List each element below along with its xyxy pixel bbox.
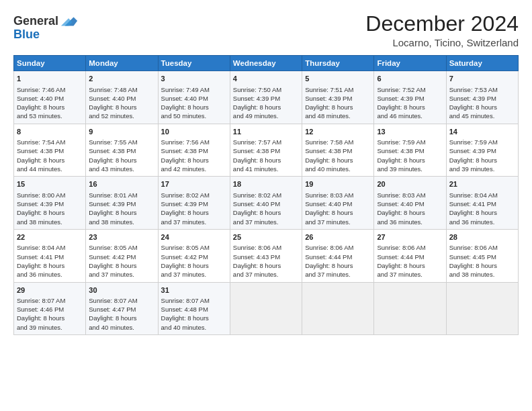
day-info-line: Sunset: 4:39 PM <box>89 199 154 208</box>
day-cell: 28Sunrise: 8:06 AMSunset: 4:45 PMDayligh… <box>446 229 518 282</box>
day-info-line: Sunset: 4:39 PM <box>377 94 443 103</box>
day-info-line: Sunrise: 8:05 AM <box>161 243 227 252</box>
day-cell: 15Sunrise: 8:00 AMSunset: 4:39 PMDayligh… <box>14 177 86 230</box>
day-info-line: Sunrise: 8:03 AM <box>305 191 371 199</box>
day-info-line: and 39 minutes. <box>377 165 443 173</box>
day-cell: 17Sunrise: 8:02 AMSunset: 4:39 PMDayligh… <box>158 177 230 230</box>
header: General Blue December 2024 Locarno, Tici… <box>13 12 519 48</box>
day-info-line: Sunset: 4:39 PM <box>161 199 227 208</box>
day-info-line: and 40 minutes. <box>161 323 227 332</box>
day-number: 18 <box>233 179 299 189</box>
day-info-line: Sunset: 4:47 PM <box>89 305 154 314</box>
day-info-line: Daylight: 8 hours <box>449 103 515 111</box>
day-info-line: and 44 minutes. <box>17 165 83 173</box>
day-info-line: Sunrise: 7:46 AM <box>17 85 83 94</box>
day-info-line: Daylight: 8 hours <box>233 261 299 270</box>
day-info-line: Sunrise: 8:02 AM <box>161 191 227 199</box>
day-info-line: Daylight: 8 hours <box>89 314 154 322</box>
day-info-line: and 37 minutes. <box>233 218 299 226</box>
col-header-thursday: Thursday <box>302 56 374 71</box>
day-number: 5 <box>305 74 371 84</box>
day-info-line: and 36 minutes. <box>377 218 443 226</box>
day-info-line: and 53 minutes. <box>17 111 83 120</box>
day-info-line: Daylight: 8 hours <box>377 103 443 111</box>
day-info-line: and 39 minutes. <box>17 323 83 332</box>
day-info-line: Sunset: 4:44 PM <box>377 253 443 261</box>
day-number: 17 <box>161 179 227 189</box>
day-info-line: Sunrise: 8:01 AM <box>89 191 154 199</box>
day-info-line: Sunrise: 8:07 AM <box>161 296 227 305</box>
day-number: 8 <box>17 127 83 137</box>
day-cell: 2Sunrise: 7:48 AMSunset: 4:40 PMDaylight… <box>86 71 158 124</box>
day-info-line: Sunrise: 7:50 AM <box>233 85 299 94</box>
day-cell: 29Sunrise: 8:07 AMSunset: 4:46 PMDayligh… <box>14 282 86 335</box>
day-info-line: and 42 minutes. <box>161 165 227 173</box>
day-info-line: Sunset: 4:43 PM <box>233 253 299 261</box>
day-info-line: Sunrise: 7:48 AM <box>89 85 154 94</box>
title-block: December 2024 Locarno, Ticino, Switzerla… <box>365 12 519 48</box>
day-info-line: Sunset: 4:39 PM <box>233 94 299 103</box>
day-cell: 16Sunrise: 8:01 AMSunset: 4:39 PMDayligh… <box>86 177 158 230</box>
day-info-line: Daylight: 8 hours <box>17 103 83 111</box>
day-number: 19 <box>305 179 371 189</box>
day-cell: 26Sunrise: 8:06 AMSunset: 4:44 PMDayligh… <box>302 229 374 282</box>
day-info-line: Sunset: 4:39 PM <box>449 146 515 155</box>
day-info-line: Sunrise: 8:07 AM <box>89 296 154 305</box>
day-info-line: Daylight: 8 hours <box>89 156 154 165</box>
day-info-line: Sunrise: 7:56 AM <box>161 138 227 146</box>
day-cell <box>446 282 518 335</box>
day-info-line: Sunset: 4:40 PM <box>377 199 443 208</box>
day-info-line: and 37 minutes. <box>377 270 443 279</box>
day-number: 7 <box>449 74 515 84</box>
col-header-sunday: Sunday <box>14 56 86 71</box>
day-info-line: Sunrise: 7:53 AM <box>449 85 515 94</box>
day-info-line: and 38 minutes. <box>89 218 154 226</box>
day-cell: 14Sunrise: 7:59 AMSunset: 4:39 PMDayligh… <box>446 124 518 177</box>
day-cell: 3Sunrise: 7:49 AMSunset: 4:40 PMDaylight… <box>158 71 230 124</box>
day-number: 25 <box>233 232 299 242</box>
header-row: SundayMondayTuesdayWednesdayThursdayFrid… <box>14 56 519 71</box>
day-info-line: and 49 minutes. <box>233 111 299 120</box>
day-number: 16 <box>89 179 154 189</box>
day-info-line: Daylight: 8 hours <box>377 261 443 270</box>
day-number: 11 <box>233 127 299 137</box>
day-cell: 12Sunrise: 7:58 AMSunset: 4:38 PMDayligh… <box>302 124 374 177</box>
day-info-line: and 37 minutes. <box>89 270 154 279</box>
day-info-line: Sunrise: 8:03 AM <box>377 191 443 199</box>
day-info-line: and 48 minutes. <box>305 111 371 120</box>
month-title: December 2024 <box>365 12 519 36</box>
day-number: 23 <box>89 232 154 242</box>
day-number: 4 <box>233 74 299 84</box>
day-info-line: Sunset: 4:48 PM <box>161 305 227 314</box>
day-info-line: Sunrise: 7:54 AM <box>17 138 83 146</box>
day-cell: 10Sunrise: 7:56 AMSunset: 4:38 PMDayligh… <box>158 124 230 177</box>
day-number: 13 <box>377 127 443 137</box>
day-info-line: Sunrise: 8:05 AM <box>89 243 154 252</box>
day-info-line: and 52 minutes. <box>89 111 154 120</box>
day-cell: 6Sunrise: 7:52 AMSunset: 4:39 PMDaylight… <box>374 71 446 124</box>
day-info-line: Daylight: 8 hours <box>17 156 83 165</box>
week-row-2: 8Sunrise: 7:54 AMSunset: 4:38 PMDaylight… <box>14 124 519 177</box>
day-number: 9 <box>89 127 154 137</box>
day-cell: 18Sunrise: 8:02 AMSunset: 4:40 PMDayligh… <box>230 177 302 230</box>
day-info-line: Daylight: 8 hours <box>89 103 154 111</box>
day-info-line: Sunset: 4:38 PM <box>233 146 299 155</box>
day-info-line: Daylight: 8 hours <box>449 208 515 217</box>
day-number: 22 <box>17 232 83 242</box>
week-row-3: 15Sunrise: 8:00 AMSunset: 4:39 PMDayligh… <box>14 177 519 230</box>
location: Locarno, Ticino, Switzerland <box>365 37 519 48</box>
day-info-line: Daylight: 8 hours <box>17 208 83 217</box>
col-header-tuesday: Tuesday <box>158 56 230 71</box>
day-info-line: Sunrise: 8:00 AM <box>17 191 83 199</box>
col-header-saturday: Saturday <box>446 56 518 71</box>
day-info-line: Sunrise: 7:58 AM <box>305 138 371 146</box>
day-cell: 20Sunrise: 8:03 AMSunset: 4:40 PMDayligh… <box>374 177 446 230</box>
logo-text-blue: Blue <box>13 28 40 42</box>
day-info-line: and 37 minutes. <box>305 270 371 279</box>
week-row-4: 22Sunrise: 8:04 AMSunset: 4:41 PMDayligh… <box>14 229 519 282</box>
day-info-line: Daylight: 8 hours <box>305 208 371 217</box>
day-info-line: Sunset: 4:40 PM <box>89 94 154 103</box>
day-info-line: Daylight: 8 hours <box>377 156 443 165</box>
logo-text: General <box>13 15 58 28</box>
day-info-line: and 37 minutes. <box>161 218 227 226</box>
